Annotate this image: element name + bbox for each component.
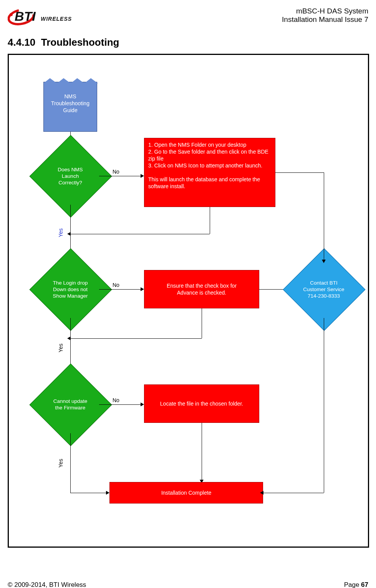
terminal-installation-complete-text: Installation Complete: [161, 489, 212, 496]
action-nms-folder-steps-text: 1. Open the NMS Folder on your desktop 2…: [148, 141, 271, 190]
conn: [202, 308, 202, 338]
arrow-right-icon: [106, 491, 109, 495]
action-nms-folder-steps: 1. Open the NMS Folder on your desktop 2…: [144, 138, 275, 207]
flowchart-frame: NMS Troubleshooting Guide Does NMS Launc…: [8, 54, 369, 548]
conn: [324, 318, 324, 493]
page: BTI WIRELESS mBSC-H DAS System Installat…: [0, 0, 376, 588]
section-title: Troubleshooting: [41, 36, 119, 48]
decision-login-dropdown-label: The Login drop Down does not Show Manage…: [38, 280, 102, 299]
header-right: mBSC-H DAS System Installation Manual Is…: [282, 7, 368, 24]
conn: [99, 404, 141, 405]
start-node-label: NMS Troubleshooting Guide: [44, 93, 97, 114]
conn: [210, 207, 210, 234]
header-line2: Installation Manual Issue 7: [282, 15, 368, 24]
arrow-right-icon: [141, 174, 144, 178]
footer-page: Page 67: [344, 581, 368, 588]
page-header: BTI WIRELESS mBSC-H DAS System Installat…: [8, 4, 368, 31]
arrow-right-icon: [141, 287, 144, 291]
logo-sub: WIRELESS: [41, 16, 72, 22]
decision-nms-launch: Does NMS Launch Correctly?: [41, 147, 99, 205]
header-line1: mBSC-H DAS System: [282, 7, 368, 15]
decision-firmware-update: Cannot update the Firmware: [41, 376, 99, 433]
conn: [275, 172, 324, 173]
conn: [70, 493, 107, 493]
terminal-installation-complete: Installation Complete: [109, 482, 263, 504]
conn: [99, 289, 141, 290]
conn: [99, 176, 141, 176]
svg-point-1: [10, 13, 13, 16]
contact-customer-service-label: Contact BTI Customer Service 714-230-833…: [292, 280, 356, 299]
action-checkbox-advance: Ensure that the check box for Advance is…: [144, 270, 259, 308]
decision-nms-launch-label: Does NMS Launch Correctly?: [38, 166, 102, 186]
arrow-left-icon: [260, 491, 263, 495]
conn: [202, 423, 202, 480]
conn: [70, 338, 202, 339]
decision-firmware-update-label: Cannot update the Firmware: [38, 398, 102, 411]
footer-page-number: 67: [361, 581, 368, 588]
bti-logo: BTI WIRELESS: [8, 4, 77, 29]
conn: [324, 172, 324, 261]
conn: [70, 234, 210, 234]
conn: [70, 433, 71, 493]
edge-no-3: No: [112, 397, 120, 403]
action-locate-file-text: Locate the file in the chosen folder.: [160, 400, 243, 407]
arrow-down-icon: [322, 260, 326, 263]
start-node-nms-guide: NMS Troubleshooting Guide: [43, 82, 97, 132]
edge-yes-2: Yes: [58, 343, 64, 353]
action-checkbox-advance-text: Ensure that the check box for Advance is…: [167, 282, 237, 296]
decision-login-dropdown: The Login drop Down does not Show Manage…: [41, 260, 99, 318]
edge-yes-1: Yes: [58, 228, 64, 238]
conn: [263, 493, 324, 493]
edge-no-1: No: [112, 169, 120, 175]
arrow-right-icon: [141, 402, 144, 406]
footer-page-label: Page: [344, 581, 361, 588]
contact-customer-service: Contact BTI Customer Service 714-230-833…: [295, 260, 353, 318]
action-locate-file: Locate the file in the chosen folder.: [144, 384, 259, 423]
edge-yes-3: Yes: [58, 458, 64, 469]
edge-no-2: No: [112, 282, 120, 288]
section-number: 4.4.10: [8, 36, 35, 48]
footer-copyright: © 2009-2014, BTI Wireless: [8, 581, 86, 588]
svg-text:BTI: BTI: [15, 9, 36, 23]
section-heading: 4.4.10 Troubleshooting: [8, 36, 119, 48]
